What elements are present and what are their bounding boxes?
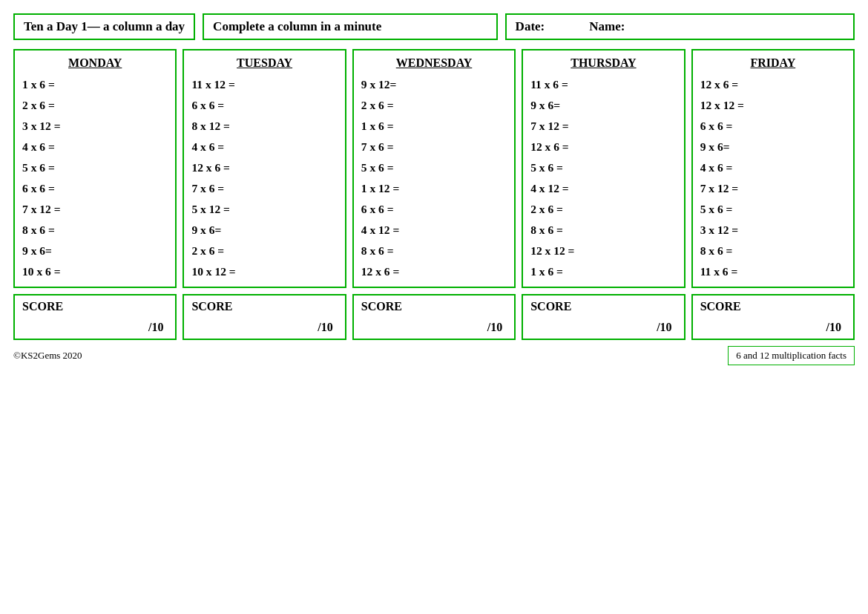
- fact-item: 9 x 6=: [700, 137, 846, 157]
- score-value: /10: [530, 321, 676, 334]
- day-header-monday: MONDAY: [22, 56, 168, 70]
- fact-item: 8 x 6 =: [22, 220, 168, 241]
- fact-item: 11 x 6 =: [700, 261, 846, 282]
- day-column-friday: FRIDAY12 x 6 =12 x 12 =6 x 6 =9 x 6=4 x …: [691, 49, 855, 288]
- fact-item: 1 x 6 =: [22, 74, 168, 95]
- day-header-thursday: THURSDAY: [530, 56, 676, 70]
- fact-item: 4 x 12 =: [361, 220, 507, 241]
- score-label: SCORE: [191, 300, 337, 313]
- fact-item: 1 x 6 =: [530, 261, 676, 282]
- fact-item: 5 x 12 =: [191, 199, 337, 220]
- fact-item: 12 x 6 =: [700, 74, 846, 95]
- score-box-3: SCORE/10: [522, 294, 685, 340]
- facts-label: 6 and 12 multiplication facts: [736, 350, 846, 361]
- fact-item: 1 x 6 =: [361, 116, 507, 137]
- score-box-0: SCORE/10: [13, 294, 177, 340]
- fact-item: 9 x 6=: [191, 220, 337, 241]
- fact-item: 12 x 12 =: [530, 241, 676, 261]
- fact-item: 9 x 12=: [361, 74, 507, 95]
- fact-item: 7 x 12 =: [22, 199, 168, 220]
- day-column-thursday: THURSDAY11 x 6 =9 x 6=7 x 12 =12 x 6 =5 …: [522, 49, 685, 288]
- day-header-friday: FRIDAY: [700, 56, 846, 70]
- fact-item: 4 x 6 =: [191, 137, 337, 157]
- day-header-wednesday: WEDNESDAY: [361, 56, 507, 70]
- score-value: /10: [22, 321, 168, 334]
- day-header-tuesday: TUESDAY: [191, 56, 337, 70]
- score-label: SCORE: [700, 300, 846, 313]
- fact-item: 1 x 12 =: [361, 178, 507, 199]
- fact-item: 8 x 6 =: [530, 220, 676, 241]
- instruction-text: Complete a column in a minute: [213, 19, 381, 33]
- fact-item: 2 x 6 =: [22, 95, 168, 116]
- day-column-monday: MONDAY1 x 6 =2 x 6 =3 x 12 =4 x 6 =5 x 6…: [13, 49, 177, 288]
- score-box-1: SCORE/10: [183, 294, 346, 340]
- fact-item: 3 x 12 =: [22, 116, 168, 137]
- score-label: SCORE: [361, 300, 507, 313]
- score-value: /10: [700, 321, 846, 334]
- fact-item: 8 x 6 =: [361, 241, 507, 261]
- score-label: SCORE: [22, 300, 168, 313]
- fact-item: 11 x 6 =: [530, 74, 676, 95]
- fact-item: 5 x 6 =: [700, 199, 846, 220]
- days-row: MONDAY1 x 6 =2 x 6 =3 x 12 =4 x 6 =5 x 6…: [13, 49, 855, 288]
- facts-label-box: 6 and 12 multiplication facts: [728, 346, 855, 365]
- score-box-2: SCORE/10: [352, 294, 516, 340]
- fact-item: 4 x 6 =: [22, 137, 168, 157]
- fact-item: 7 x 6 =: [361, 137, 507, 157]
- fact-item: 7 x 12 =: [530, 116, 676, 137]
- fact-item: 6 x 6 =: [191, 95, 337, 116]
- fact-item: 5 x 6 =: [22, 157, 168, 178]
- fact-item: 10 x 6 =: [22, 261, 168, 282]
- fact-item: 6 x 6 =: [700, 116, 846, 137]
- date-label: Date:: [516, 19, 545, 34]
- fact-item: 8 x 6 =: [700, 241, 846, 261]
- fact-item: 10 x 12 =: [191, 261, 337, 282]
- fact-item: 5 x 6 =: [530, 157, 676, 178]
- fact-item: 2 x 6 =: [361, 95, 507, 116]
- scores-row: SCORE/10SCORE/10SCORE/10SCORE/10SCORE/10: [13, 294, 855, 340]
- header: Ten a Day 1— a column a day Complete a c…: [13, 13, 855, 40]
- fact-item: 2 x 6 =: [191, 241, 337, 261]
- score-value: /10: [191, 321, 337, 334]
- fact-item: 7 x 6 =: [191, 178, 337, 199]
- score-value: /10: [361, 321, 507, 334]
- fact-item: 5 x 6 =: [361, 157, 507, 178]
- day-column-tuesday: TUESDAY11 x 12 =6 x 6 =8 x 12 =4 x 6 =12…: [183, 49, 346, 288]
- fact-item: 7 x 12 =: [700, 178, 846, 199]
- fact-item: 6 x 6 =: [361, 199, 507, 220]
- page-title: Ten a Day 1— a column a day: [24, 19, 185, 33]
- name-label: Name:: [589, 19, 625, 34]
- score-label: SCORE: [530, 300, 676, 313]
- date-name-box: Date: Name:: [505, 13, 855, 40]
- fact-item: 12 x 12 =: [700, 95, 846, 116]
- footer: ©KS2Gems 2020 6 and 12 multiplication fa…: [13, 346, 855, 365]
- fact-item: 9 x 6=: [22, 241, 168, 261]
- fact-item: 8 x 12 =: [191, 116, 337, 137]
- title-box: Ten a Day 1— a column a day: [13, 13, 195, 40]
- fact-item: 11 x 12 =: [191, 74, 337, 95]
- fact-item: 2 x 6 =: [530, 199, 676, 220]
- copyright-text: ©KS2Gems 2020: [13, 350, 82, 362]
- day-column-wednesday: WEDNESDAY9 x 12=2 x 6 =1 x 6 =7 x 6 =5 x…: [352, 49, 516, 288]
- fact-item: 9 x 6=: [530, 95, 676, 116]
- fact-item: 12 x 6 =: [530, 137, 676, 157]
- fact-item: 4 x 12 =: [530, 178, 676, 199]
- fact-item: 12 x 6 =: [191, 157, 337, 178]
- score-box-4: SCORE/10: [691, 294, 855, 340]
- fact-item: 3 x 12 =: [700, 220, 846, 241]
- fact-item: 6 x 6 =: [22, 178, 168, 199]
- fact-item: 12 x 6 =: [361, 261, 507, 282]
- instruction-box: Complete a column in a minute: [203, 13, 498, 40]
- fact-item: 4 x 6 =: [700, 157, 846, 178]
